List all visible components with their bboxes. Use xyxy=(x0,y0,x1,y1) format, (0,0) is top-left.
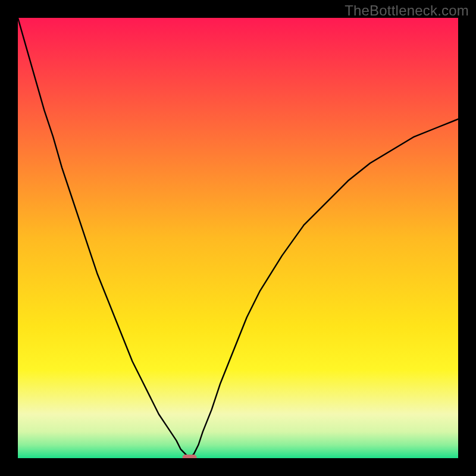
background-gradient-rect xyxy=(18,18,458,458)
plot-area xyxy=(18,18,458,458)
chart-frame: TheBottleneck.com xyxy=(0,0,476,476)
chart-svg xyxy=(18,18,458,458)
optimal-marker xyxy=(183,455,197,458)
watermark-text: TheBottleneck.com xyxy=(345,2,469,19)
